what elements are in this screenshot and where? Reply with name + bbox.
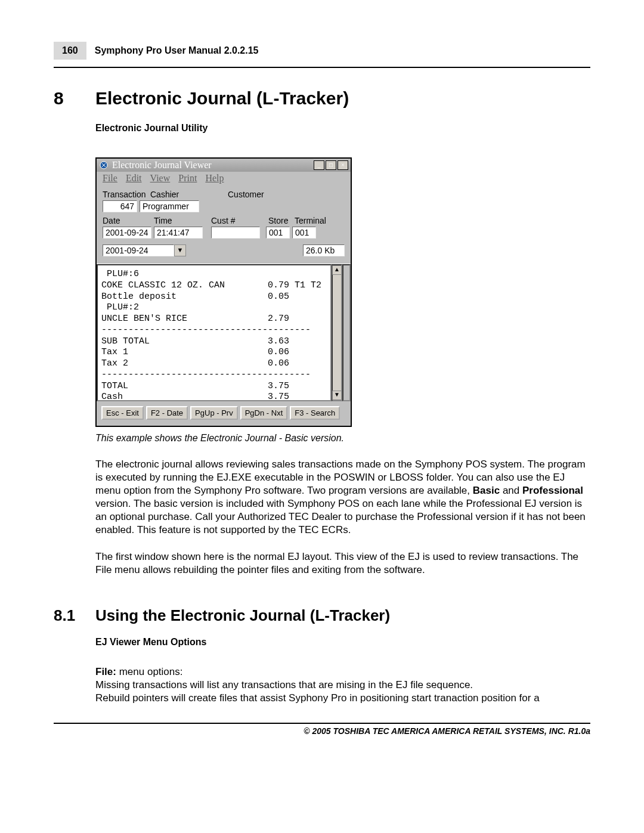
p1-bold-professional: Professional bbox=[522, 485, 583, 496]
paragraph-2: The first window shown here is the norma… bbox=[95, 550, 590, 577]
label-custnum: Cust # bbox=[211, 216, 268, 225]
pgup-prev-button[interactable]: PgUp - Prv bbox=[190, 406, 238, 420]
maximize-button[interactable]: □ bbox=[326, 160, 336, 170]
file-line2: Missing transactions will list any trans… bbox=[95, 679, 473, 690]
p1-text-c: version. The basic version is included w… bbox=[95, 498, 586, 535]
pgdn-next-button[interactable]: PgDn - Nxt bbox=[240, 406, 288, 420]
scroll-up-icon[interactable]: ▲ bbox=[332, 265, 342, 275]
label-transaction: Transaction bbox=[103, 190, 150, 199]
menu-edit[interactable]: Edit bbox=[126, 173, 142, 184]
label-time: Time bbox=[154, 216, 211, 225]
esc-exit-button[interactable]: Esc - Exit bbox=[101, 406, 144, 420]
journal-text[interactable]: PLU#:6 COKE CLASSIC 12 OZ. CAN 0.79 T1 T… bbox=[97, 264, 332, 401]
figure-caption: This example shows the Electronic Journa… bbox=[95, 433, 590, 444]
manual-title: Symphony Pro User Manual 2.0.2.15 bbox=[95, 42, 259, 60]
ej-window: Electronic Journal Viewer _ □ × File Edi… bbox=[95, 157, 352, 427]
field-custnum[interactable] bbox=[211, 227, 260, 239]
field-transaction[interactable]: 647 bbox=[103, 200, 137, 212]
f2-date-button[interactable]: F2 - Date bbox=[146, 406, 188, 420]
file-label: File: bbox=[95, 666, 116, 677]
field-time[interactable]: 21:41:47 bbox=[154, 227, 203, 239]
close-button[interactable]: × bbox=[338, 160, 348, 170]
field-cashier[interactable]: Programmer bbox=[140, 200, 199, 212]
menu-help[interactable]: Help bbox=[205, 173, 224, 184]
page-number: 160 bbox=[54, 42, 86, 60]
field-date[interactable]: 2001-09-24 bbox=[103, 227, 151, 239]
file-rest: menu options: bbox=[116, 666, 183, 677]
menu-file[interactable]: File bbox=[103, 173, 117, 184]
date-dropdown-value: 2001-09-24 bbox=[103, 244, 174, 256]
vertical-scrollbar[interactable]: ▲ ▼ bbox=[332, 264, 342, 401]
chevron-down-icon[interactable]: ▼ bbox=[174, 244, 186, 256]
date-dropdown[interactable]: 2001-09-24 ▼ bbox=[103, 244, 186, 256]
p1-text-b: and bbox=[500, 485, 522, 496]
label-customer: Customer bbox=[228, 190, 264, 199]
label-cashier: Cashier bbox=[150, 190, 228, 199]
paragraph-1: The electronic journal allows reviewing … bbox=[95, 458, 590, 537]
header-rule bbox=[54, 67, 590, 68]
button-bar: Esc - Exit F2 - Date PgUp - Prv PgDn - N… bbox=[97, 401, 351, 426]
section-title: Electronic Journal (L-Tracker) bbox=[95, 88, 349, 109]
field-terminal[interactable]: 001 bbox=[292, 227, 316, 239]
minimize-button[interactable]: _ bbox=[314, 160, 324, 170]
footer-rule bbox=[54, 723, 590, 724]
f3-search-button[interactable]: F3 - Search bbox=[290, 406, 340, 420]
field-filesize: 26.0 Kb bbox=[303, 244, 345, 256]
menu-print[interactable]: Print bbox=[178, 173, 197, 184]
label-store: Store bbox=[268, 216, 295, 225]
section-heading: 8 Electronic Journal (L-Tracker) bbox=[54, 88, 590, 109]
file-menu-options: File: menu options: Missing transactions… bbox=[95, 665, 590, 705]
window-title: Electronic Journal Viewer bbox=[112, 160, 312, 171]
scroll-down-icon[interactable]: ▼ bbox=[332, 391, 342, 400]
section-subhead: Electronic Journal Utility bbox=[95, 123, 590, 134]
field-store[interactable]: 001 bbox=[266, 227, 290, 239]
journal-area: PLU#:6 COKE CLASSIC 12 OZ. CAN 0.79 T1 T… bbox=[97, 264, 351, 401]
subsection-title: Using the Electronic Journal (L-Tracker) bbox=[95, 606, 390, 625]
label-date: Date bbox=[103, 216, 154, 225]
subsection-heading: 8.1 Using the Electronic Journal (L-Trac… bbox=[54, 606, 590, 625]
section-number: 8 bbox=[54, 88, 95, 109]
footer-copyright: © 2005 TOSHIBA TEC AMERICA AMERICA RETAI… bbox=[54, 726, 590, 736]
app-icon bbox=[99, 160, 109, 170]
menubar: File Edit View Print Help bbox=[97, 172, 351, 185]
form-area: Transaction Cashier Customer 647 Program… bbox=[97, 185, 351, 264]
menu-view[interactable]: View bbox=[150, 173, 171, 184]
file-line3: Rebuild pointers will create files that … bbox=[95, 692, 540, 704]
p1-bold-basic: Basic bbox=[473, 485, 500, 496]
label-terminal: Terminal bbox=[295, 216, 326, 225]
side-gutter bbox=[342, 264, 351, 401]
titlebar: Electronic Journal Viewer _ □ × bbox=[97, 159, 351, 172]
page-header: 160 Symphony Pro User Manual 2.0.2.15 bbox=[54, 42, 590, 60]
subsection-subhead: EJ Viewer Menu Options bbox=[95, 637, 590, 648]
subsection-number: 8.1 bbox=[54, 606, 95, 625]
ej-screenshot: Electronic Journal Viewer _ □ × File Edi… bbox=[95, 157, 590, 427]
